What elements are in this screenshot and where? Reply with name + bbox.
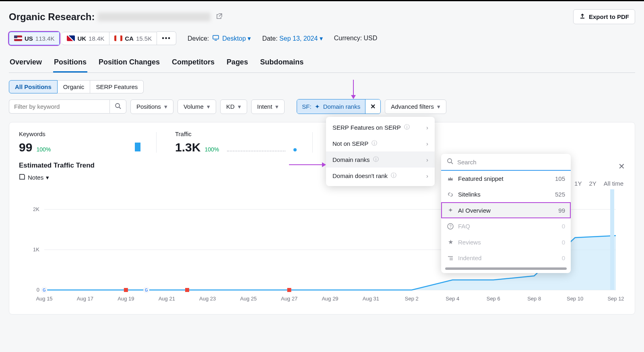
sf-menu-item-not-on-serp[interactable]: Not on SERP ⓘ› <box>326 135 435 151</box>
feature-item-reviews[interactable]: ★Reviews0 <box>441 234 571 250</box>
device-selector[interactable]: Device: Desktop ▾ <box>188 35 251 42</box>
chevron-down-icon: ▾ <box>275 103 279 110</box>
info-icon: ⓘ <box>391 172 396 179</box>
traffic-label: Traffic <box>175 130 297 137</box>
nav-tab-overview[interactable]: Overview <box>9 56 43 72</box>
svg-text:G: G <box>145 288 148 292</box>
export-pdf-button[interactable]: Export to PDF <box>573 9 635 24</box>
svg-text:Sep 2: Sep 2 <box>405 296 419 302</box>
sparkle-icon: ✦ <box>447 207 454 214</box>
sf-filter-chip[interactable]: SF: ✦ Domain ranks ✕ <box>297 99 381 114</box>
nav-tab-position-changes[interactable]: Position Changes <box>98 56 161 72</box>
keywords-sparkbar <box>135 143 140 151</box>
search-icon <box>115 103 121 109</box>
chevron-down-icon: ▾ <box>437 103 440 110</box>
keywords-pct: 100% <box>36 146 51 153</box>
sf-menu-item-domain-doesn-t-rank[interactable]: Domain doesn't rank ⓘ› <box>326 168 435 184</box>
link-icon <box>447 191 454 198</box>
range-1y[interactable]: 1Y <box>574 180 582 187</box>
volume-filter[interactable]: Volume▾ <box>178 99 216 114</box>
scrollbar[interactable] <box>445 267 567 270</box>
db-more-button[interactable]: ••• <box>157 31 176 45</box>
nav-tab-positions[interactable]: Positions <box>53 56 87 72</box>
nav-tab-subdomains[interactable]: Subdomains <box>259 56 304 72</box>
svg-text:1K: 1K <box>33 246 39 253</box>
intent-filter[interactable]: Intent▾ <box>251 99 285 114</box>
chevron-down-icon: ▾ <box>46 174 49 181</box>
external-link-icon[interactable] <box>216 13 223 21</box>
notes-toggle[interactable]: Notes ▾ <box>19 174 49 181</box>
db-tab-ca[interactable]: CA 15.5K <box>109 32 157 45</box>
sf-clear-button[interactable]: ✕ <box>365 99 380 114</box>
sparkle-icon: ✦ <box>315 103 320 110</box>
svg-text:Aug 25: Aug 25 <box>240 296 257 302</box>
svg-text:Aug 15: Aug 15 <box>36 296 52 302</box>
svg-text:Sep 6: Sep 6 <box>487 296 500 302</box>
seg-all-positions[interactable]: All Positions <box>9 80 58 93</box>
sf-menu-item-domain-ranks[interactable]: Domain ranks ⓘ› <box>326 151 435 168</box>
svg-text:?: ? <box>449 224 452 229</box>
svg-rect-8 <box>610 189 614 290</box>
seg-serp-features[interactable]: SERP Features <box>90 80 144 93</box>
svg-text:Aug 27: Aug 27 <box>281 296 297 302</box>
feature-item-indented[interactable]: Indented0 <box>441 250 571 266</box>
annotation-arrow-down <box>353 80 354 98</box>
svg-text:Sep 10: Sep 10 <box>567 296 583 302</box>
kd-filter[interactable]: KD▾ <box>220 99 247 114</box>
advanced-filters[interactable]: Advanced filters▾ <box>385 99 446 114</box>
feature-item-faq[interactable]: ?FAQ0 <box>441 218 571 234</box>
chevron-down-icon: ▾ <box>207 103 210 110</box>
annotation-arrow-right <box>289 164 325 165</box>
svg-text:Sep 12: Sep 12 <box>607 296 624 302</box>
crown-icon <box>447 176 454 182</box>
traffic-value: 1.3K <box>175 141 200 154</box>
db-count: 113.4K <box>35 35 55 42</box>
svg-text:Sep 4: Sep 4 <box>446 296 459 302</box>
flag-ca-icon <box>114 35 122 41</box>
db-tab-us[interactable]: US 113.4K <box>9 32 60 45</box>
db-count: 15.5K <box>136 35 152 42</box>
question-icon: ? <box>447 223 454 230</box>
keywords-label: Keywords <box>19 130 140 137</box>
range-2y[interactable]: 2Y <box>589 180 596 187</box>
nav-tab-pages[interactable]: Pages <box>226 56 249 72</box>
feature-item-ai-overview[interactable]: ✦AI Overview99 <box>441 202 571 218</box>
info-icon: ⓘ <box>372 140 377 147</box>
traffic-dot <box>293 148 297 151</box>
page-title: Organic Research: <box>9 11 95 23</box>
range-all-time[interactable]: All time <box>604 180 623 187</box>
svg-text:0: 0 <box>37 287 39 293</box>
svg-text:Aug 21: Aug 21 <box>159 296 175 302</box>
feature-search-input[interactable] <box>457 159 565 166</box>
db-tab-uk[interactable]: UK 18.4K <box>62 32 109 45</box>
db-code: CA <box>125 35 134 42</box>
db-code: UK <box>77 35 86 42</box>
sf-menu-item-serp-features-on-serp[interactable]: SERP Features on SERP ⓘ› <box>326 119 435 135</box>
date-selector[interactable]: Date: Sep 13, 2024 ▾ <box>262 35 322 42</box>
svg-text:Aug 19: Aug 19 <box>118 296 134 302</box>
filter-keyword-input[interactable] <box>9 99 109 114</box>
dotted-spark <box>227 151 285 151</box>
seg-organic[interactable]: Organic <box>58 80 91 93</box>
nav-tab-competitors[interactable]: Competitors <box>171 56 215 72</box>
svg-point-33 <box>448 159 452 163</box>
feature-item-sitelinks[interactable]: Sitelinks525 <box>441 186 571 202</box>
svg-text:Aug 31: Aug 31 <box>363 296 379 302</box>
nav-tabs: OverviewPositionsPosition ChangesCompeti… <box>9 56 635 73</box>
svg-text:Sep 8: Sep 8 <box>527 296 541 302</box>
search-button[interactable] <box>109 99 126 114</box>
domain-blurred <box>98 12 211 21</box>
positions-filter[interactable]: Positions▾ <box>130 99 173 114</box>
svg-rect-29 <box>185 288 189 292</box>
sf-menu-dropdown: SERP Features on SERP ⓘ›Not on SERP ⓘ›Do… <box>326 117 435 186</box>
feature-item-featured-snippet[interactable]: Featured snippet105 <box>441 171 571 186</box>
chevron-down-icon: ▾ <box>164 103 167 110</box>
svg-text:2K: 2K <box>33 206 39 212</box>
star-icon: ★ <box>447 238 454 246</box>
chevron-right-icon: › <box>426 156 428 163</box>
flag-us-icon <box>14 35 22 41</box>
chart-close-button[interactable]: ✕ <box>618 162 625 171</box>
svg-rect-26 <box>124 288 128 292</box>
db-code: US <box>25 35 33 42</box>
info-icon: ⓘ <box>373 156 379 163</box>
